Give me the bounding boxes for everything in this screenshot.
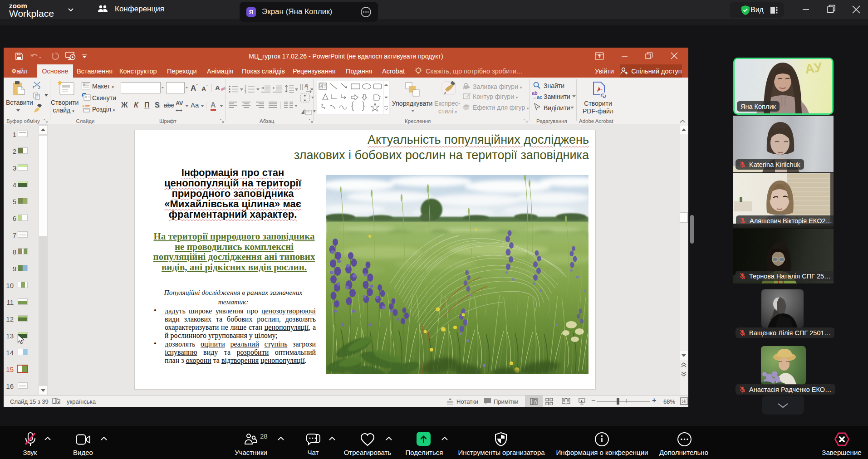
svg-text:А: А	[304, 83, 308, 88]
svg-text:A: A	[320, 84, 323, 88]
svg-text:3: 3	[245, 91, 246, 93]
